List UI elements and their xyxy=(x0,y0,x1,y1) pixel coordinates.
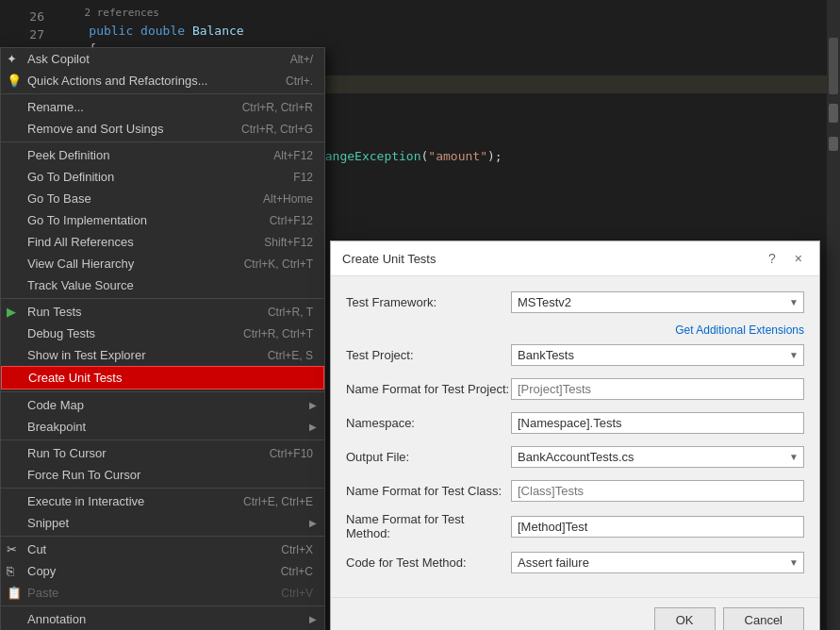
test-framework-label: Test Framework: xyxy=(346,295,511,309)
menu-item-cut[interactable]: ✂ Cut Ctrl+X xyxy=(1,539,324,560)
namespace-control xyxy=(511,412,804,434)
test-project-label: Test Project: xyxy=(346,348,511,362)
test-framework-control: MSTestv2 xyxy=(511,291,804,313)
code-for-method-select[interactable]: Assert failure xyxy=(511,552,804,573)
dialog-title: Create Unit Tests xyxy=(342,252,436,266)
copy-icon: ⎘ xyxy=(7,564,14,578)
code-for-method-control: Assert failure xyxy=(511,552,804,573)
scrollbar-thumb[interactable] xyxy=(829,38,838,94)
menu-item-go-to-impl[interactable]: Go To Implementation Ctrl+F12 xyxy=(1,209,324,231)
separator-6 xyxy=(1,488,324,489)
menu-item-create-unit-tests[interactable]: Create Unit Tests ➜ xyxy=(1,366,324,390)
menu-item-breakpoint[interactable]: Breakpoint xyxy=(1,416,324,438)
name-format-method-control xyxy=(511,516,804,538)
menu-item-rename[interactable]: Rename... Ctrl+R, Ctrl+R xyxy=(1,96,324,118)
separator-8 xyxy=(1,605,324,606)
menu-item-peek-def[interactable]: Peek Definition Alt+F12 xyxy=(1,144,324,166)
name-format-class-control xyxy=(511,480,804,502)
menu-item-force-run-cursor[interactable]: Force Run To Cursor xyxy=(1,464,324,486)
menu-item-go-to-base[interactable]: Go To Base Alt+Home xyxy=(1,188,324,209)
test-framework-row: Test Framework: MSTestv2 xyxy=(346,290,804,314)
code-for-method-label: Code for Test Method: xyxy=(346,555,511,570)
menu-item-run-cursor[interactable]: Run To Cursor Ctrl+F10 xyxy=(1,442,324,464)
menu-item-go-to-def[interactable]: Go To Definition F12 xyxy=(1,166,324,188)
menu-item-copy[interactable]: ⎘ Copy Ctrl+C xyxy=(1,560,324,582)
menu-item-ask-copilot[interactable]: ✦ Ask Copilot Alt+/ xyxy=(1,48,324,70)
test-project-row: Test Project: BankTests xyxy=(346,342,804,367)
dialog-content: Test Framework: MSTestv2 Get Additional … xyxy=(331,276,819,597)
name-format-method-input[interactable] xyxy=(511,516,804,538)
separator-4 xyxy=(1,391,324,392)
additional-extensions-link[interactable]: Get Additional Extensions xyxy=(675,323,804,337)
run-tests-icon: ▶ xyxy=(7,305,16,319)
paste-icon: 📋 xyxy=(7,586,22,600)
cut-icon: ✂ xyxy=(7,542,17,556)
menu-item-quick-actions[interactable]: 💡 Quick Actions and Refactorings... Ctrl… xyxy=(1,70,324,91)
dialog-footer: OK Cancel xyxy=(331,597,819,630)
lightbulb-icon: 💡 xyxy=(7,74,22,88)
name-format-class-label: Name Format for Test Class: xyxy=(346,484,511,498)
separator-2 xyxy=(1,141,324,142)
test-framework-select[interactable]: MSTestv2 xyxy=(511,291,804,313)
menu-item-debug-tests[interactable]: Debug Tests Ctrl+R, Ctrl+T xyxy=(1,323,324,344)
menu-item-view-call[interactable]: View Call Hierarchy Ctrl+K, Ctrl+T xyxy=(1,253,324,274)
menu-item-annotation[interactable]: Annotation xyxy=(1,608,324,630)
ok-button[interactable]: OK xyxy=(654,607,716,630)
name-format-class-row: Name Format for Test Class: xyxy=(346,478,804,503)
name-format-method-label: Name Format for Test Method: xyxy=(346,512,511,540)
menu-item-code-map[interactable]: Code Map xyxy=(1,394,324,416)
menu-item-show-test-explorer[interactable]: Show in Test Explorer Ctrl+E, S xyxy=(1,344,324,366)
dialog-close-button[interactable]: × xyxy=(789,249,808,268)
namespace-label: Namespace: xyxy=(346,416,511,430)
namespace-input[interactable] xyxy=(511,412,804,434)
menu-item-run-tests[interactable]: ▶ Run Tests Ctrl+R, T xyxy=(1,301,324,323)
menu-item-execute-interactive[interactable]: Execute in Interactive Ctrl+E, Ctrl+E xyxy=(1,490,324,512)
additional-extensions-row: Get Additional Extensions xyxy=(346,323,804,337)
name-format-project-label: Name Format for Test Project: xyxy=(346,382,511,396)
create-unit-tests-dialog: Create Unit Tests ? × Test Framework: MS… xyxy=(330,240,820,630)
name-format-project-control xyxy=(511,378,804,400)
dialog-help-button[interactable]: ? xyxy=(763,249,782,268)
menu-item-remove-sort[interactable]: Remove and Sort Usings Ctrl+R, Ctrl+G xyxy=(1,118,324,140)
output-file-label: Output File: xyxy=(346,450,511,464)
name-format-method-row: Name Format for Test Method: xyxy=(346,512,804,540)
name-format-project-row: Name Format for Test Project: xyxy=(346,376,804,401)
namespace-row: Namespace: xyxy=(346,410,804,435)
output-file-control: BankAccountTests.cs xyxy=(511,446,804,468)
separator-5 xyxy=(1,439,324,440)
test-project-control: BankTests xyxy=(511,344,804,366)
name-format-class-input[interactable] xyxy=(511,480,804,502)
separator-1 xyxy=(1,93,324,94)
menu-item-find-all-ref[interactable]: Find All References Shift+F12 xyxy=(1,231,324,253)
menu-item-paste[interactable]: 📋 Paste Ctrl+V xyxy=(1,582,324,604)
scrollbar-track[interactable] xyxy=(827,0,840,630)
code-for-method-row: Code for Test Method: Assert failure xyxy=(346,550,804,574)
copilot-icon: ✦ xyxy=(7,52,17,66)
dialog-titlebar: Create Unit Tests ? × xyxy=(331,241,819,276)
menu-item-track-value[interactable]: Track Value Source xyxy=(1,274,324,296)
menu-item-snippet[interactable]: Snippet xyxy=(1,512,324,534)
output-file-row: Output File: BankAccountTests.cs xyxy=(346,444,804,469)
name-format-project-input[interactable] xyxy=(511,378,804,400)
titlebar-buttons: ? × xyxy=(763,249,808,268)
separator-7 xyxy=(1,536,324,537)
output-file-select[interactable]: BankAccountTests.cs xyxy=(511,446,804,468)
context-menu: ✦ Ask Copilot Alt+/ 💡 Quick Actions and … xyxy=(0,47,325,630)
cancel-button[interactable]: Cancel xyxy=(723,607,804,630)
test-project-select[interactable]: BankTests xyxy=(511,344,804,366)
separator-3 xyxy=(1,298,324,299)
